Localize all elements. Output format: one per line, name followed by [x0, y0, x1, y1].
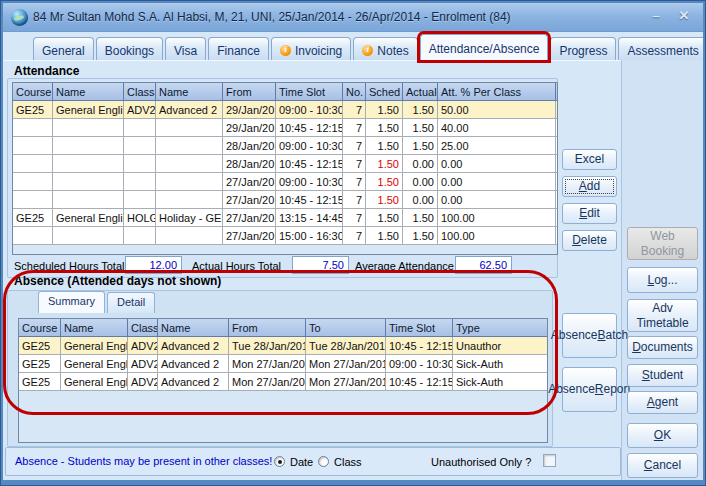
actual-hours-total-label: Actual Hours Total — [192, 260, 281, 272]
cell-actual: 0.00 — [403, 173, 438, 190]
column-header-from[interactable]: From — [223, 83, 276, 100]
enrolment-window: 84 Mr Sultan Mohd S.A. Al Habsi, M, 21, … — [0, 0, 706, 486]
minimize-icon[interactable]: – — [645, 8, 667, 26]
column-header-class[interactable]: Class — [128, 319, 158, 336]
tab-attendance-absence[interactable]: Attendance/Absence — [420, 34, 549, 60]
table-row[interactable]: GE25General EngliHOLGHoliday - GE27/Jan/… — [13, 209, 557, 227]
cell-time_slot: 09:00 - 10:30 — [386, 355, 453, 372]
cell-name: General Engl — [61, 373, 128, 390]
delete-button[interactable]: Delete — [562, 230, 617, 251]
cancel-button[interactable]: Cancel — [627, 453, 698, 478]
date-radio[interactable] — [274, 456, 285, 467]
documents-button[interactable]: Documents — [627, 336, 698, 359]
cell-class_name — [156, 155, 223, 172]
cell-type: Unauthor — [453, 337, 548, 354]
table-row[interactable]: 27/Jan/2010:45 - 12:1571.500.000.00 — [13, 191, 557, 209]
column-header-no-[interactable]: No. — [343, 83, 366, 100]
tab-label: General — [42, 44, 85, 58]
tab-notes[interactable]: Notes — [353, 37, 417, 60]
cell-time_slot: 15:00 - 16:30 — [276, 227, 343, 244]
column-header-type[interactable]: Type — [453, 319, 548, 336]
table-row[interactable]: 27/Jan/2015:00 - 16:3071.501.50100.00 — [13, 227, 557, 245]
cell-class_name — [156, 173, 223, 190]
content-top-edge — [3, 60, 703, 61]
cell-sched: 1.50 — [366, 137, 403, 154]
column-header-time-slot[interactable]: Time Slot — [386, 319, 453, 336]
absence-tab-detail[interactable]: Detail — [107, 292, 155, 313]
column-header-time-slot[interactable]: Time Slot — [276, 83, 343, 100]
cell-course: GE25 — [19, 337, 61, 354]
column-header-to[interactable]: To — [306, 319, 386, 336]
tab-bookings[interactable]: Bookings — [96, 37, 163, 60]
add-button[interactable]: Add — [562, 176, 617, 197]
class-radio[interactable] — [318, 456, 329, 467]
table-row[interactable]: 27/Jan/2009:00 - 10:3071.500.000.00 — [13, 173, 557, 191]
column-header-name[interactable]: Name — [156, 83, 223, 100]
absence-tab-strip: SummaryDetail — [38, 291, 155, 313]
table-row[interactable]: 28/Jan/2009:00 - 10:3071.501.5025.00 — [13, 137, 557, 155]
column-header-actual[interactable]: Actual — [403, 83, 438, 100]
info-icon — [362, 45, 373, 56]
column-header-course[interactable]: Course — [13, 83, 53, 100]
column-header-att-per-class[interactable]: Att. % Per Class — [438, 83, 556, 100]
cell-sched: 1.50 — [366, 101, 403, 118]
date-radio-label[interactable]: Date — [290, 456, 313, 468]
tab-label: Attendance/Absence — [429, 42, 540, 56]
close-icon[interactable]: ✕ — [673, 8, 695, 26]
tab-progress[interactable]: Progress — [550, 37, 616, 60]
title-bar: 84 Mr Sultan Mohd S.A. Al Habsi, M, 21, … — [3, 3, 703, 32]
cell-time_slot: 10:45 - 12:15 — [386, 373, 453, 390]
table-row[interactable]: GE25General EngliADV2Advanced 229/Jan/20… — [13, 101, 557, 119]
absence-table[interactable]: CourseNameClassNameFromToTime SlotTypeGE… — [18, 318, 548, 443]
tab-general[interactable]: General — [33, 37, 94, 60]
adv-timetable-button[interactable]: Adv Timetable — [627, 299, 698, 332]
table-row[interactable]: GE25General EnglADV2Advanced 2Tue 28/Jan… — [19, 337, 547, 355]
class-radio-label[interactable]: Class — [334, 456, 362, 468]
cell-att_pct: 0.00 — [438, 155, 556, 172]
ok-button[interactable]: OK — [627, 423, 698, 448]
column-header-sched[interactable]: Sched — [366, 83, 403, 100]
absence-batch-button[interactable]: Absence Batch — [562, 313, 617, 358]
cell-from: 29/Jan/20 — [223, 119, 276, 136]
edit-button[interactable]: Edit — [562, 203, 617, 224]
table-row[interactable]: 28/Jan/2010:45 - 12:1571.500.000.00 — [13, 155, 557, 173]
unauthorised-only-checkbox[interactable] — [543, 454, 556, 467]
log-button[interactable]: Log... — [627, 267, 698, 293]
column-header-from[interactable]: From — [229, 319, 306, 336]
column-header-name[interactable]: Name — [61, 319, 128, 336]
student-button[interactable]: Student — [627, 364, 698, 387]
tab-assessments[interactable]: Assessments — [618, 37, 706, 60]
cell-name — [53, 227, 124, 244]
table-row[interactable]: GE25General EnglADV2Advanced 2Mon 27/Jan… — [19, 355, 547, 373]
cell-class_name: Advanced 2 — [158, 337, 229, 354]
excel-button[interactable]: Excel — [562, 149, 617, 170]
info-icon — [280, 45, 291, 56]
attendance-table[interactable]: CourseNameClassNameFromTime SlotNo.Sched… — [12, 82, 558, 255]
tab-visa[interactable]: Visa — [165, 37, 206, 60]
cell-course: GE25 — [19, 355, 61, 372]
cell-from: 27/Jan/20 — [223, 191, 276, 208]
cell-no: 7 — [343, 227, 366, 244]
column-header-name[interactable]: Name — [53, 83, 124, 100]
column-header-class[interactable]: Class — [124, 83, 156, 100]
cell-actual: 0.00 — [403, 155, 438, 172]
absence-tab-summary[interactable]: Summary — [38, 291, 105, 313]
tab-finance[interactable]: Finance — [208, 37, 269, 60]
cell-class: ADV2 — [128, 337, 158, 354]
column-header-name[interactable]: Name — [158, 319, 229, 336]
cell-course — [13, 173, 53, 190]
tab-invoicing[interactable]: Invoicing — [271, 37, 351, 60]
column-header-course[interactable]: Course — [19, 319, 61, 336]
agent-button[interactable]: Agent — [627, 391, 698, 414]
table-row[interactable]: GE25General EnglADV2Advanced 2Mon 27/Jan… — [19, 373, 547, 391]
average-attendance-label: Average Attendance % — [355, 260, 467, 272]
absence-report-button[interactable]: Absence Report — [562, 367, 617, 412]
table-row[interactable]: 29/Jan/2010:45 - 12:1571.501.5040.00 — [13, 119, 557, 137]
cell-from: 27/Jan/20 — [223, 173, 276, 190]
cell-course — [13, 119, 53, 136]
app-globe-icon — [11, 9, 28, 26]
cell-type: Sick-Auth — [453, 355, 548, 372]
cell-to: Tue 28/Jan/2014 — [306, 337, 386, 354]
cell-class — [124, 155, 156, 172]
scheduled-hours-total-label: Scheduled Hours Total — [14, 260, 124, 272]
